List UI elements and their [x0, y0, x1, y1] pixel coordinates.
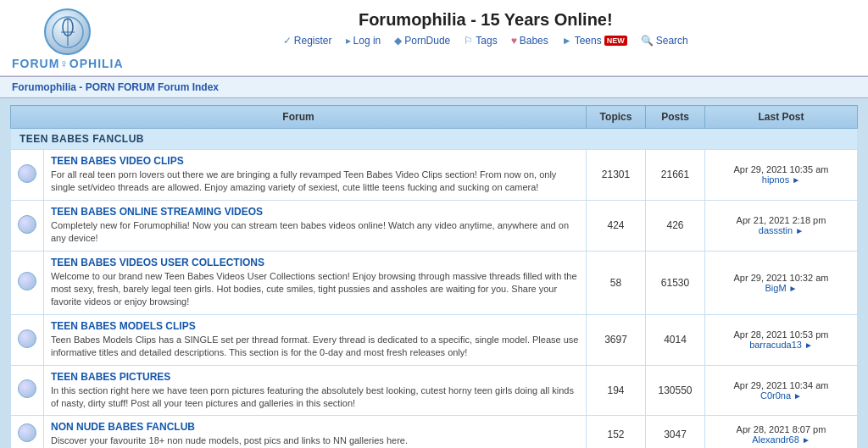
teens-link[interactable]: ► Teens NEW	[562, 35, 627, 47]
tags-link[interactable]: ⚐ Tags	[464, 35, 497, 47]
forum-title[interactable]: TEEN BABES ONLINE STREAMING VIDEOS	[51, 206, 263, 218]
nav-links: ✓ Register ▸ Log in ◆ PornDude ⚐ Tags	[132, 35, 839, 47]
main-content: Forum Topics Posts Last Post TEEN BABES …	[0, 98, 868, 448]
forum-icon-cell	[11, 150, 44, 201]
col-lastpost: Last Post	[705, 106, 858, 129]
lastpost-user[interactable]: hipnos	[762, 174, 789, 185]
forum-icon	[18, 215, 36, 234]
breadcrumb-link[interactable]: Forumophilia - PORN FORUM Forum Index	[12, 81, 219, 93]
logo-circle	[44, 8, 91, 55]
forum-desc: Teen Babes Models Clips has a SINGLE set…	[51, 334, 579, 360]
forum-icon-cell	[11, 200, 44, 251]
forum-lastpost: Apr 21, 2021 2:18 pm dassstin ►	[705, 200, 858, 251]
forum-posts: 4014	[646, 314, 705, 365]
forum-desc: Discover your favourite 18+ non nude mod…	[51, 434, 579, 447]
table-row: TEEN BABES PICTURES In this section righ…	[11, 365, 858, 416]
lastpost-icon: ►	[802, 435, 810, 445]
forum-topics: 152	[587, 416, 646, 448]
forum-desc: In this section right here we have teen …	[51, 384, 579, 411]
new-badge: NEW	[604, 36, 627, 46]
forum-icon-cell	[11, 365, 44, 416]
forum-topics: 194	[587, 365, 646, 416]
logo-area: FORUM♀OPHILIA	[2, 2, 131, 74]
forum-info: TEEN BABES ONLINE STREAMING VIDEOS Compl…	[44, 200, 587, 251]
tags-icon: ⚐	[464, 35, 473, 47]
logo-icon	[51, 15, 85, 49]
forum-desc: For all real teen porn lovers out there …	[51, 169, 579, 195]
forum-info: TEEN BABES PICTURES In this section righ…	[44, 365, 587, 416]
forum-desc: Completely new for Forumophilia! Now you…	[51, 219, 579, 246]
forum-title[interactable]: TEEN BABES VIDEOS USER COLLECTIONS	[51, 257, 264, 268]
babes-link[interactable]: ♥ Babes	[511, 35, 548, 47]
forum-posts: 21661	[646, 150, 705, 201]
lastpost-icon: ►	[792, 175, 800, 185]
search-icon: 🔍	[641, 35, 654, 47]
section-header: TEEN BABES FANCLUB	[11, 129, 858, 150]
logo-text: FORUM♀OPHILIA	[12, 57, 124, 70]
forum-lastpost: Apr 29, 2021 10:34 am C0r0na ►	[705, 365, 858, 416]
teens-icon: ►	[562, 35, 572, 47]
porndude-icon: ◆	[394, 35, 402, 47]
forum-topics: 3697	[587, 314, 646, 365]
lastpost-icon: ►	[793, 391, 802, 401]
lastpost-icon: ►	[789, 284, 798, 293]
login-link[interactable]: ▸ Log in	[346, 35, 381, 47]
lastpost-user[interactable]: barracuda13	[749, 340, 802, 350]
forum-posts: 3047	[646, 416, 705, 448]
col-topics: Topics	[587, 106, 646, 129]
forum-info: NON NUDE BABES FANCLUB Discover your fav…	[44, 416, 587, 448]
forum-icon	[18, 379, 36, 398]
forum-lastpost: Apr 28, 2021 8:07 pm Alexandr68 ►	[705, 416, 858, 448]
forum-info: TEEN BABES MODELS CLIPS Teen Babes Model…	[44, 314, 587, 365]
forum-topics: 58	[587, 251, 646, 314]
forum-table: Forum Topics Posts Last Post TEEN BABES …	[10, 105, 858, 448]
lastpost-user[interactable]: Alexandr68	[752, 434, 799, 445]
forum-posts: 61530	[646, 251, 705, 314]
forum-info: TEEN BABES VIDEO CLIPS For all real teen…	[44, 150, 587, 201]
table-row: TEEN BABES ONLINE STREAMING VIDEOS Compl…	[11, 200, 858, 251]
col-posts: Posts	[646, 106, 705, 129]
site-header: FORUM♀OPHILIA Forumophilia - 15 Years On…	[0, 0, 868, 98]
forum-icon-cell	[11, 314, 44, 365]
table-row: TEEN BABES MODELS CLIPS Teen Babes Model…	[11, 314, 858, 365]
forum-icon	[18, 423, 36, 442]
search-link[interactable]: 🔍 Search	[641, 35, 688, 47]
forum-desc: Welcome to our brand new Teen Babes Vide…	[51, 270, 579, 309]
site-title: Forumophilia - 15 Years Online!	[132, 10, 839, 30]
col-forum: Forum	[11, 106, 587, 129]
lastpost-user[interactable]: dassstin	[759, 225, 793, 235]
login-icon: ▸	[346, 35, 351, 47]
forum-title[interactable]: NON NUDE BABES FANCLUB	[51, 421, 195, 433]
lastpost-icon: ►	[804, 340, 813, 350]
forum-lastpost: Apr 29, 2021 10:32 am BigM ►	[705, 251, 858, 314]
lastpost-user[interactable]: BigM	[765, 283, 786, 293]
forum-icon-cell	[11, 251, 44, 314]
forum-lastpost: Apr 29, 2021 10:35 am hipnos ►	[705, 150, 858, 201]
table-row: TEEN BABES VIDEO CLIPS For all real teen…	[11, 150, 858, 201]
forum-lastpost: Apr 28, 2021 10:53 pm barracuda13 ►	[705, 314, 858, 365]
forum-topics: 424	[587, 200, 646, 251]
forum-info: TEEN BABES VIDEOS USER COLLECTIONS Welco…	[44, 251, 587, 314]
table-row: NON NUDE BABES FANCLUB Discover your fav…	[11, 416, 858, 448]
babes-icon: ♥	[511, 35, 517, 47]
porndude-link[interactable]: ◆ PornDude	[394, 35, 450, 47]
breadcrumb: Forumophilia - PORN FORUM Forum Index	[0, 76, 868, 98]
lastpost-user[interactable]: C0r0na	[760, 390, 791, 401]
forum-title[interactable]: TEEN BABES MODELS CLIPS	[51, 320, 196, 332]
forum-posts: 130550	[646, 365, 705, 416]
register-link[interactable]: ✓ Register	[283, 35, 332, 47]
forum-title[interactable]: TEEN BABES PICTURES	[51, 371, 170, 383]
forum-posts: 426	[646, 200, 705, 251]
forum-icon-cell	[11, 416, 44, 448]
forum-icon	[18, 164, 36, 183]
register-icon: ✓	[283, 35, 292, 47]
forum-icon	[18, 329, 36, 348]
lastpost-icon: ►	[795, 226, 804, 235]
forum-icon	[18, 272, 36, 290]
forum-title[interactable]: TEEN BABES VIDEO CLIPS	[51, 155, 184, 167]
forum-topics: 21301	[587, 150, 646, 201]
table-row: TEEN BABES VIDEOS USER COLLECTIONS Welco…	[11, 251, 858, 314]
